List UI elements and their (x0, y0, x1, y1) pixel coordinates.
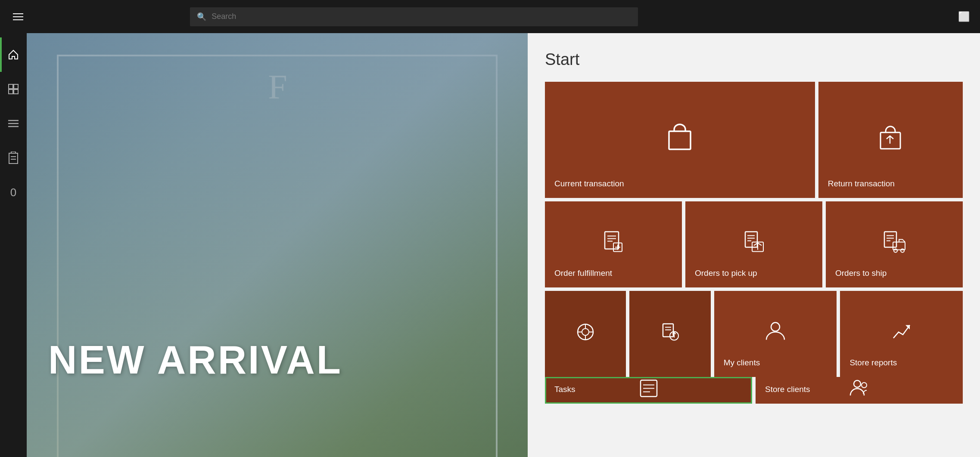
orders-to-pick-up-tile[interactable]: Orders to pick up (685, 201, 822, 287)
sidebar-item-home[interactable] (0, 37, 27, 72)
store-clients-tile[interactable]: Store clients (756, 377, 963, 404)
sidebar: 0 (0, 33, 27, 457)
tasks-icon (639, 378, 659, 398)
store-clients-icon (849, 377, 870, 399)
tasks-label: Tasks (554, 385, 576, 394)
recall-order-tile[interactable] (629, 291, 710, 377)
orders-pickup-icon (742, 230, 766, 254)
recall-order-icon (660, 322, 680, 342)
notifications-icon[interactable]: ⬜ (958, 11, 970, 22)
tiles-row-3: My clients Store reports (545, 291, 963, 377)
hero-headline: NEW ARRIVAL (48, 340, 342, 380)
store-reports-icon (890, 320, 913, 343)
sidebar-item-count[interactable]: 0 (0, 175, 27, 210)
sidebar-item-orders[interactable] (0, 141, 27, 175)
main-content: 0 F NEW ARRIVAL Start Current (0, 33, 980, 457)
search-input[interactable] (212, 12, 631, 21)
current-transaction-tile[interactable]: Current transaction (545, 82, 815, 198)
tiles-row-2: Order fulfillment O (545, 201, 963, 287)
svg-rect-9 (669, 131, 691, 149)
order-fulfillment-tile[interactable]: Order fulfillment (545, 201, 682, 287)
show-journal-icon (576, 322, 595, 342)
orders-to-pick-up-label: Orders to pick up (695, 269, 757, 278)
svg-rect-29 (893, 242, 905, 250)
start-title: Start (545, 50, 963, 69)
return-bag-icon (877, 124, 904, 151)
store-reports-label: Store reports (849, 358, 897, 367)
store-reports-tile[interactable]: Store reports (840, 291, 963, 377)
topbar: 🔍 ⬜ (0, 0, 980, 33)
cart-count-label: 0 (10, 186, 16, 199)
current-transaction-label: Current transaction (554, 179, 624, 188)
orders-to-ship-label: Orders to ship (835, 269, 887, 278)
order-fulfillment-icon (601, 230, 625, 254)
return-transaction-tile[interactable]: Return transaction (818, 82, 963, 198)
hero-banner: F NEW ARRIVAL (27, 33, 528, 457)
svg-rect-0 (9, 84, 13, 89)
order-fulfillment-label: Order fulfillment (554, 269, 612, 278)
my-clients-icon (764, 320, 787, 343)
tiles-row-1: Current transaction Return transaction (545, 82, 963, 198)
right-panel: Start Current transaction (528, 33, 980, 457)
svg-rect-3 (14, 90, 18, 94)
svg-rect-25 (884, 232, 896, 247)
tasks-tile[interactable]: Tasks (545, 377, 752, 404)
sidebar-item-products[interactable] (0, 72, 27, 106)
store-clients-label: Store clients (765, 385, 810, 394)
svg-point-33 (582, 328, 589, 335)
svg-rect-2 (9, 90, 13, 94)
return-transaction-label: Return transaction (828, 179, 895, 188)
show-journal-tile[interactable] (545, 291, 626, 377)
search-icon: 🔍 (197, 12, 206, 22)
orders-to-ship-tile[interactable]: Orders to ship (826, 201, 963, 287)
my-clients-label: My clients (724, 358, 760, 367)
svg-rect-12 (605, 232, 619, 249)
svg-rect-1 (14, 84, 18, 89)
my-clients-tile[interactable]: My clients (714, 291, 837, 377)
shopping-bag-icon (665, 122, 695, 152)
sidebar-item-list[interactable] (0, 106, 27, 141)
svg-point-43 (771, 323, 780, 331)
tiles-row-3b: Tasks Store clients (545, 377, 963, 404)
svg-point-50 (862, 383, 867, 388)
search-bar: 🔍 (190, 7, 638, 26)
orders-ship-icon (882, 230, 907, 254)
tiles-grid: Current transaction Return transaction (545, 82, 963, 404)
svg-point-49 (854, 380, 861, 387)
hamburger-menu-button[interactable] (10, 11, 26, 23)
